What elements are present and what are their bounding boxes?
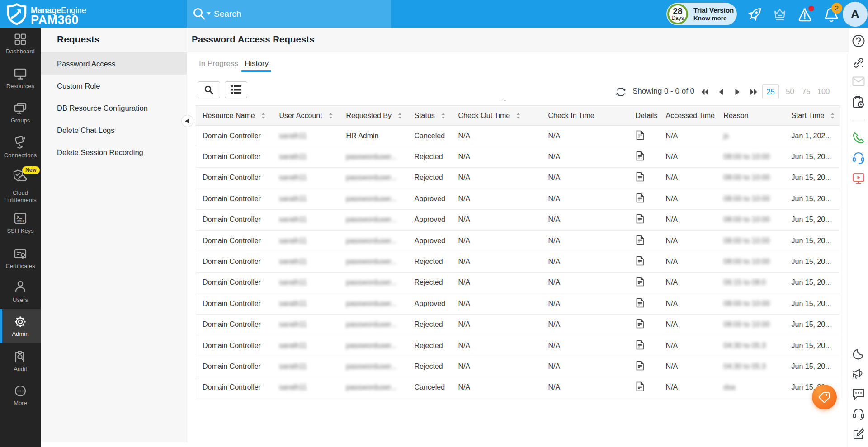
svg-text:SSH: SSH	[17, 219, 24, 223]
